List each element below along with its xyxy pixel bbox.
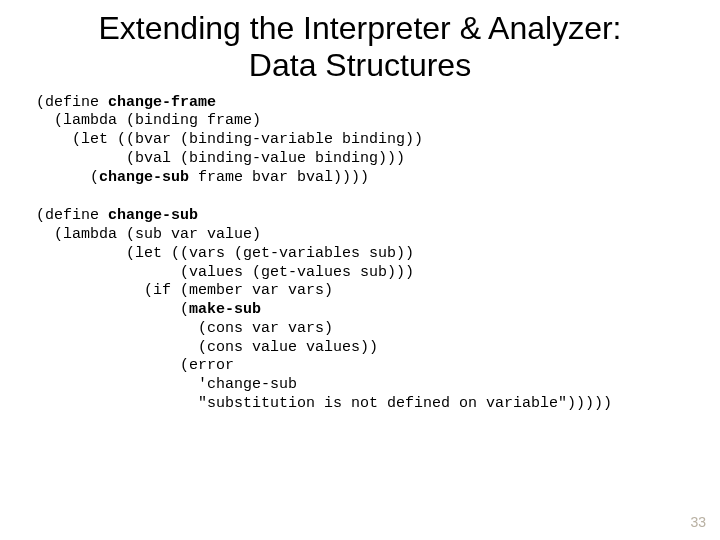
code-text: "substitution is not defined on variable… xyxy=(36,395,612,412)
title-line-1: Extending the Interpreter & Analyzer: xyxy=(99,10,622,46)
slide: Extending the Interpreter & Analyzer: Da… xyxy=(0,0,720,540)
spacer xyxy=(0,187,720,201)
code-text: (cons var vars) xyxy=(36,320,333,337)
slide-title: Extending the Interpreter & Analyzer: Da… xyxy=(0,0,720,88)
code-bold: change-sub xyxy=(108,207,198,224)
code-text: ( xyxy=(36,301,189,318)
code-text: (define xyxy=(36,94,108,111)
code-text: (let ((bvar (binding-variable binding)) xyxy=(36,131,423,148)
title-line-2: Data Structures xyxy=(249,47,471,83)
code-block-2: (define change-sub (lambda (sub var valu… xyxy=(0,201,720,413)
code-text: ( xyxy=(36,169,99,186)
code-text: 'change-sub xyxy=(36,376,297,393)
code-text: (if (member var vars) xyxy=(36,282,333,299)
code-text: (bval (binding-value binding))) xyxy=(36,150,405,167)
code-text: (let ((vars (get-variables sub)) xyxy=(36,245,414,262)
code-text: (define xyxy=(36,207,108,224)
code-text: (values (get-values sub))) xyxy=(36,264,414,281)
code-bold: make-sub xyxy=(189,301,261,318)
code-text: (lambda (binding frame) xyxy=(36,112,261,129)
code-text: (cons value values)) xyxy=(36,339,378,356)
code-block-1: (define change-frame (lambda (binding fr… xyxy=(0,88,720,188)
code-text: (lambda (sub var value) xyxy=(36,226,261,243)
code-bold: change-sub xyxy=(99,169,189,186)
code-text: (error xyxy=(36,357,234,374)
code-text: frame bvar bval)))) xyxy=(189,169,369,186)
code-bold: change-frame xyxy=(108,94,216,111)
page-number: 33 xyxy=(690,514,706,530)
